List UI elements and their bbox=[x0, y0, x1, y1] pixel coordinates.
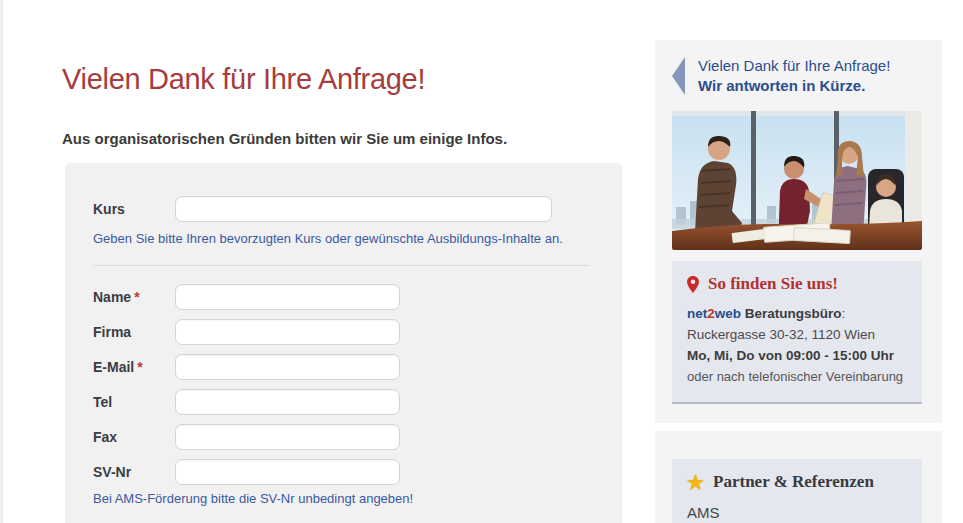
hours-line: Mo, Mi, Do von 09:00 - 15:00 Uhr bbox=[687, 345, 907, 366]
office-line: net2web Beratungsbüro: bbox=[687, 303, 907, 324]
fax-input[interactable] bbox=[175, 424, 400, 450]
firma-label-text: Firma bbox=[93, 324, 131, 340]
tel-input[interactable] bbox=[175, 389, 400, 415]
find-us-title-text: So finden Sie uns! bbox=[708, 274, 838, 294]
form-row-name: Name* bbox=[93, 284, 590, 310]
form-row-svnr: SV-Nr bbox=[93, 459, 590, 485]
sidebar: Vielen Dank für Ihre Anfrage! Wir antwor… bbox=[655, 40, 942, 423]
partners-list: AMS Cybergrafic Wappschool bbox=[687, 502, 907, 523]
find-us-details: net2web Beratungsbüro: Ruckergasse 30-32… bbox=[687, 303, 907, 387]
brand-net2web: net2web bbox=[687, 306, 741, 321]
find-us-box: So finden Sie uns! net2web Beratungsbüro… bbox=[672, 261, 922, 404]
office-label: Beratungsbüro bbox=[745, 306, 842, 321]
arrow-left-icon bbox=[672, 57, 685, 95]
tel-label-text: Tel bbox=[93, 394, 112, 410]
form-row-firma: Firma bbox=[93, 319, 590, 345]
page-edge-strip bbox=[0, 0, 3, 523]
svnr-label-text: SV-Nr bbox=[93, 464, 131, 480]
kurs-input[interactable] bbox=[175, 196, 552, 222]
page-title: Vielen Dank für Ihre Anfrage! bbox=[62, 63, 425, 96]
svnr-input[interactable] bbox=[175, 459, 400, 485]
firma-label: Firma bbox=[93, 319, 175, 345]
svnr-label: SV-Nr bbox=[93, 459, 175, 485]
required-asterisk: * bbox=[137, 359, 142, 375]
firma-input[interactable] bbox=[175, 319, 400, 345]
form-row-email: E-Mail* bbox=[93, 354, 590, 380]
name-label-text: Name bbox=[93, 289, 131, 305]
thanks-text: Vielen Dank für Ihre Anfrage! Wir antwor… bbox=[698, 56, 890, 96]
fax-label-text: Fax bbox=[93, 429, 117, 445]
fax-label: Fax bbox=[93, 424, 175, 450]
name-input[interactable] bbox=[175, 284, 400, 310]
sidebar-thanks-section: Vielen Dank für Ihre Anfrage! Wir antwor… bbox=[655, 40, 942, 423]
form-row-kurs: Kurs bbox=[93, 196, 590, 222]
office-colon: : bbox=[842, 306, 846, 321]
name-label: Name* bbox=[93, 284, 175, 310]
sidebar-partners-section: ★ Partner & Referenzen AMS Cybergrafic W… bbox=[655, 431, 942, 523]
form-row-fax: Fax bbox=[93, 424, 590, 450]
form-divider bbox=[93, 265, 590, 266]
partners-title: ★ Partner & Referenzen bbox=[687, 472, 907, 492]
address-line: Ruckergasse 30-32, 1120 Wien bbox=[687, 324, 907, 345]
intro-text: Aus organisatorischen Gründen bitten wir… bbox=[62, 130, 507, 147]
form-row-tel: Tel bbox=[93, 389, 590, 415]
contact-fields: Name* Firma E-Mail* Tel Fax SV-Nr bbox=[93, 284, 590, 485]
thanks-line-1: Vielen Dank für Ihre Anfrage! bbox=[698, 56, 890, 76]
brand-net: net bbox=[687, 306, 707, 321]
email-label-text: E-Mail bbox=[93, 359, 134, 375]
thanks-message: Vielen Dank für Ihre Anfrage! Wir antwor… bbox=[672, 56, 926, 96]
page: Vielen Dank für Ihre Anfrage! Aus organi… bbox=[0, 0, 963, 523]
tel-label: Tel bbox=[93, 389, 175, 415]
brand-web: web bbox=[715, 306, 741, 321]
thanks-line-2: Wir antworten in Kürze. bbox=[698, 76, 890, 96]
partners-box: ★ Partner & Referenzen AMS Cybergrafic W… bbox=[672, 459, 922, 523]
partners-title-text: Partner & Referenzen bbox=[713, 472, 874, 492]
team-meeting-photo bbox=[672, 111, 922, 250]
kurs-hint: Geben Sie bitte Ihren bevorzugten Kurs o… bbox=[93, 231, 590, 246]
kurs-label-text: Kurs bbox=[93, 201, 125, 217]
required-asterisk: * bbox=[134, 289, 139, 305]
brand-2: 2 bbox=[707, 306, 715, 321]
hours-note: oder nach telefonischer Vereinbarung bbox=[687, 366, 907, 387]
inquiry-form: Kurs Geben Sie bitte Ihren bevorzugten K… bbox=[65, 163, 622, 523]
partner-item: AMS bbox=[687, 502, 907, 523]
email-label: E-Mail* bbox=[93, 354, 175, 380]
find-us-title: So finden Sie uns! bbox=[687, 274, 907, 294]
svnr-hint: Bei AMS-Förderung bitte die SV-Nr unbedi… bbox=[93, 491, 590, 506]
star-icon: ★ bbox=[687, 473, 704, 492]
map-pin-icon bbox=[687, 276, 699, 293]
email-input[interactable] bbox=[175, 354, 400, 380]
kurs-label: Kurs bbox=[93, 196, 175, 222]
